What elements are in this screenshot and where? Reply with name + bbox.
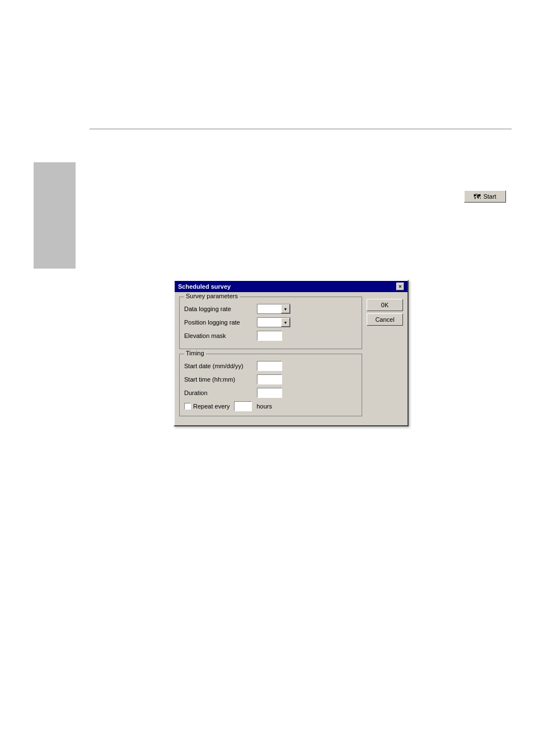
dialog-right-panel: 0K Cancel <box>367 297 403 421</box>
start-button[interactable]: 🗺 Start <box>464 190 506 203</box>
sidebar-bar <box>34 162 76 269</box>
position-logging-rate-label: Position logging rate <box>184 319 257 326</box>
start-icon: 🗺 <box>474 192 481 201</box>
survey-parameters-label: Survey parameters <box>184 293 240 299</box>
start-time-input[interactable] <box>257 374 282 384</box>
ok-button-label: 0K <box>381 302 388 308</box>
position-logging-rate-arrow[interactable]: ▼ <box>281 318 290 327</box>
data-logging-rate-arrow[interactable]: ▼ <box>281 304 290 313</box>
start-date-label: Start date (mm/dd/yy) <box>184 363 257 369</box>
elevation-mask-input[interactable] <box>257 331 282 341</box>
survey-parameters-content: Data logging rate ▼ Position logging rat… <box>184 304 357 341</box>
timing-group: Timing Start date (mm/dd/yy) Start time … <box>179 354 362 416</box>
data-logging-rate-combo[interactable]: ▼ <box>257 304 291 314</box>
divider-line <box>90 129 512 129</box>
start-date-row: Start date (mm/dd/yy) <box>184 361 357 371</box>
ok-button[interactable]: 0K <box>367 299 403 311</box>
repeat-every-input[interactable] <box>234 401 252 411</box>
duration-row: Duration <box>184 388 357 398</box>
elevation-mask-row: Elevation mask <box>184 331 357 341</box>
close-icon: × <box>399 284 401 289</box>
elevation-mask-label: Elevation mask <box>184 332 257 339</box>
cancel-button-label: Cancel <box>375 316 394 323</box>
dialog-body: Survey parameters Data logging rate ▼ Po… <box>175 292 407 425</box>
cancel-button[interactable]: Cancel <box>367 313 403 326</box>
dialog-left-panel: Survey parameters Data logging rate ▼ Po… <box>179 297 362 421</box>
duration-label: Duration <box>184 389 257 396</box>
position-logging-rate-row: Position logging rate ▼ <box>184 317 357 327</box>
dialog-title: Scheduled survey <box>178 283 231 290</box>
repeat-every-label: Repeat every <box>193 403 229 410</box>
dialog-titlebar: Scheduled survey × <box>175 281 407 292</box>
start-button-label: Start <box>483 193 496 200</box>
position-logging-rate-combo[interactable]: ▼ <box>257 317 291 327</box>
start-time-label: Start time (hh:mm) <box>184 376 257 383</box>
repeat-every-row: Repeat every hours <box>184 401 357 411</box>
scheduled-survey-dialog: Scheduled survey × Survey parameters Dat… <box>174 280 409 426</box>
survey-parameters-group: Survey parameters Data logging rate ▼ Po… <box>179 297 362 349</box>
duration-input[interactable] <box>257 388 282 398</box>
data-logging-rate-label: Data logging rate <box>184 306 257 312</box>
start-time-row: Start time (hh:mm) <box>184 374 357 384</box>
repeat-every-checkbox[interactable] <box>184 403 191 410</box>
dialog-close-button[interactable]: × <box>396 283 404 290</box>
page-background: 🗺 Start Scheduled survey × Survey parame… <box>0 0 534 756</box>
hours-label: hours <box>256 403 272 410</box>
data-logging-rate-row: Data logging rate ▼ <box>184 304 357 314</box>
timing-content: Start date (mm/dd/yy) Start time (hh:mm)… <box>184 361 357 411</box>
timing-label: Timing <box>184 350 206 356</box>
start-date-input[interactable] <box>257 361 282 371</box>
